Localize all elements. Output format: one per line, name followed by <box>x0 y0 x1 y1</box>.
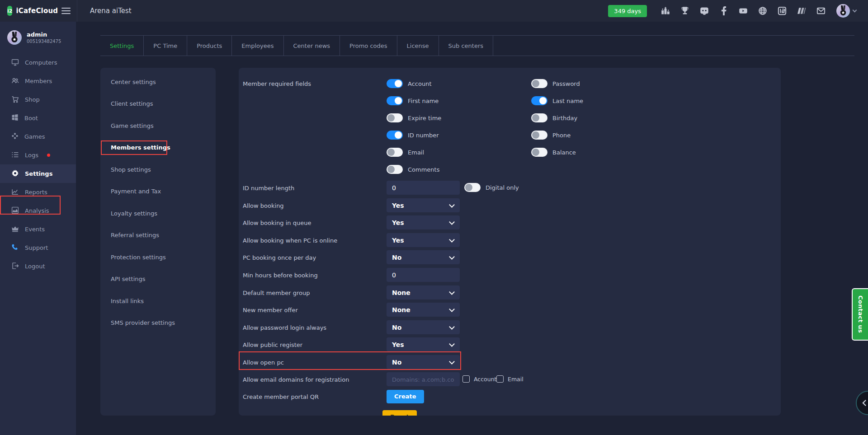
facebook-icon[interactable] <box>719 6 728 15</box>
password-toggle[interactable] <box>531 79 547 88</box>
sidebar-item-reports[interactable]: Reports <box>0 183 76 201</box>
settings-nav-client-settings[interactable]: Client settings <box>100 93 216 115</box>
logo-text: iCafeCloud <box>16 7 58 15</box>
settings-nav-install-links[interactable]: Install links <box>100 290 216 312</box>
settings-nav-sms-provider-settings[interactable]: SMS provider settings <box>100 312 216 334</box>
allow-booking-select[interactable]: Yes <box>387 198 460 212</box>
email-checkbox[interactable] <box>496 375 504 383</box>
digital-only-toggle[interactable] <box>464 183 481 192</box>
tab-sub-centers[interactable]: Sub centers <box>439 36 493 56</box>
email-domains-input[interactable] <box>387 372 460 386</box>
sidebar-item-settings[interactable]: Settings <box>0 164 76 183</box>
license-days-badge[interactable]: 349 days <box>608 5 647 17</box>
settings-nav-protection-settings[interactable]: Protection settings <box>100 246 216 268</box>
comments-toggle[interactable] <box>387 165 403 174</box>
new-member-offer-select[interactable]: None <box>387 303 460 317</box>
default-member-group-select[interactable]: None <box>387 285 460 299</box>
main-area: Settings PC Time Products Employees Cent… <box>76 22 868 435</box>
account-checkbox[interactable] <box>462 375 470 383</box>
tab-employees[interactable]: Employees <box>232 36 283 56</box>
balance-toggle[interactable] <box>531 148 547 157</box>
ranking-podium-icon[interactable] <box>661 6 670 15</box>
logout-icon <box>11 262 19 271</box>
sidebar-item-logs[interactable]: Logs <box>0 146 76 164</box>
row-min-hours-before-booking: Min hours before booking <box>243 268 777 282</box>
toggle-first-name: First name <box>387 96 439 105</box>
tab-pc-time[interactable]: PC Time <box>144 36 187 56</box>
allow-booking-when-pc-online-select[interactable]: Yes <box>387 233 460 247</box>
toggle-account: Account <box>387 79 432 88</box>
user-menu[interactable] <box>836 4 856 18</box>
avatar <box>836 4 850 18</box>
contact-us-tab[interactable]: Contact us <box>852 288 868 341</box>
tab-license[interactable]: License <box>397 36 439 56</box>
sidebar-item-support[interactable]: Support <box>0 239 76 257</box>
youtube-icon[interactable] <box>739 6 748 15</box>
tab-settings[interactable]: Settings <box>100 36 144 56</box>
toggle-password: Password <box>531 79 580 88</box>
icafecloud-app-icon[interactable] <box>778 6 787 15</box>
account-toggle[interactable] <box>387 79 403 88</box>
globe-icon[interactable] <box>758 6 767 15</box>
toggle-digital-only: Digital only <box>464 183 519 192</box>
toggle-expire-time: Expire time <box>387 113 441 122</box>
logo[interactable]: i2 iCafeCloud <box>0 6 54 16</box>
sidebar-item-analysis[interactable]: Analysis <box>0 201 76 220</box>
pc-booking-once-per-day-select[interactable]: No <box>387 250 460 264</box>
toggle-id-number: ID number <box>387 131 439 140</box>
reset-button[interactable]: Reset <box>382 410 417 416</box>
settings-nav-api-settings[interactable]: API settings <box>100 268 216 290</box>
last-name-toggle[interactable] <box>531 96 547 105</box>
settings-nav-loyalty-settings[interactable]: Loyalty settings <box>100 202 216 225</box>
sidebar: admin 005193482475 Computers Members Sho… <box>0 22 76 435</box>
settings-nav-referral-settings[interactable]: Referral settings <box>100 225 216 247</box>
row-allow-email-domains: Allow email domains for registration Acc… <box>243 372 777 386</box>
min-hours-before-booking-input[interactable] <box>387 268 460 282</box>
id-number-toggle[interactable] <box>387 131 403 140</box>
settings-nav-members-settings[interactable]: Members settings <box>100 137 216 159</box>
logs-red-dot <box>47 154 50 157</box>
row-allow-public-register: Allow public register Yes <box>243 337 777 351</box>
allow-open-pc-select[interactable]: No <box>387 355 460 369</box>
tab-center-news[interactable]: Center news <box>284 36 340 56</box>
settings-nav-game-settings[interactable]: Game settings <box>100 115 216 137</box>
allow-password-login-always-select[interactable]: No <box>387 320 460 334</box>
settings-nav-center-settings[interactable]: Center settings <box>100 71 216 93</box>
sidebar-item-events[interactable]: Events <box>0 220 76 239</box>
row-allow-password-login-always: Allow password login always No <box>243 320 777 334</box>
discord-icon[interactable] <box>700 6 709 15</box>
toggle-balance: Balance <box>531 148 576 157</box>
trophy-icon[interactable] <box>680 6 689 15</box>
allow-booking-in-queue-select[interactable]: Yes <box>387 215 460 229</box>
settings-nav-payment-and-tax[interactable]: Payment and Tax <box>100 181 216 203</box>
hamburger-menu-icon[interactable] <box>61 8 71 14</box>
first-name-toggle[interactable] <box>387 96 403 105</box>
sidebar-item-computers[interactable]: Computers <box>0 53 76 72</box>
phone-toggle[interactable] <box>531 131 547 140</box>
toggle-last-name: Last name <box>531 96 583 105</box>
sidebar-item-members[interactable]: Members <box>0 72 76 90</box>
row-pc-booking-once-per-day: PC booking once per day No <box>243 250 777 264</box>
birthday-toggle[interactable] <box>531 113 547 122</box>
sidebar-item-shop[interactable]: Shop <box>0 90 76 109</box>
chevron-down-icon <box>853 8 857 12</box>
id-number-length-input[interactable] <box>387 181 460 195</box>
create-button[interactable]: Create <box>387 390 424 403</box>
tab-products[interactable]: Products <box>187 36 232 56</box>
sidebar-item-logout[interactable]: Logout <box>0 257 76 276</box>
layers-icon[interactable] <box>797 6 806 15</box>
settings-nav-shop-settings[interactable]: Shop settings <box>100 159 216 181</box>
sidebar-item-games[interactable]: Games <box>0 127 76 146</box>
user-info: admin 005193482475 <box>0 22 76 53</box>
expire-time-toggle[interactable] <box>387 113 403 122</box>
tabs-bottom-divider <box>100 56 854 56</box>
sidebar-item-boot[interactable]: Boot <box>0 109 76 127</box>
tab-promo-codes[interactable]: Promo codes <box>340 36 397 56</box>
user-avatar <box>7 30 22 45</box>
gamepad-icon <box>11 132 19 141</box>
row-allow-open-pc: Allow open pc No <box>243 355 777 369</box>
allow-public-register-select[interactable]: Yes <box>387 337 460 351</box>
mail-icon[interactable] <box>816 6 826 15</box>
email-checkbox-group: Email <box>496 375 524 383</box>
email-toggle[interactable] <box>387 148 403 157</box>
